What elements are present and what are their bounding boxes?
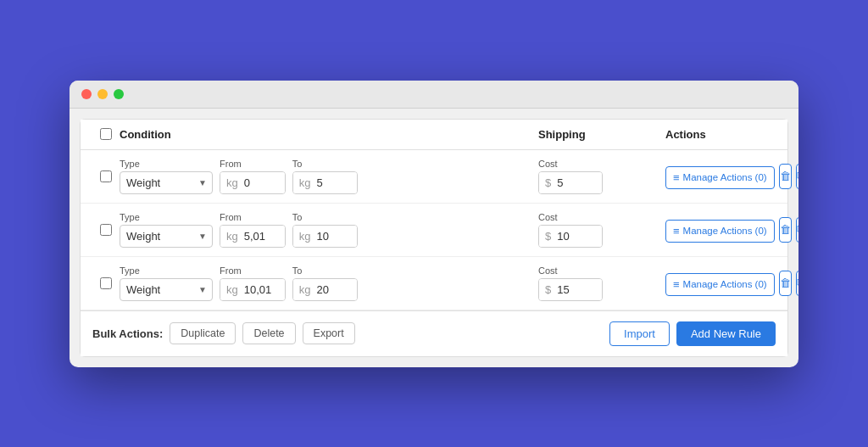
row2-copy-button[interactable]: ⧉ [796, 217, 798, 243]
app-window: Condition Shipping Actions Type Weight P… [70, 81, 798, 367]
row3-to-input-wrapper: kg [292, 278, 359, 301]
add-new-rule-button[interactable]: Add New Rule [676, 321, 776, 346]
row1-checkbox[interactable] [100, 170, 112, 182]
row1-copy-button[interactable]: ⧉ [796, 164, 798, 189]
row1-from-label: From [220, 159, 286, 169]
titlebar [70, 81, 798, 109]
footer-right-actions: Import Add New Rule [609, 321, 776, 346]
row1-from-prefix: kg [220, 172, 242, 193]
row1-cost-prefix: $ [539, 172, 555, 193]
row3-trash-icon: 🗑 [780, 277, 791, 289]
row2-cost-label: Cost [538, 212, 603, 222]
row2-checkbox-cell [92, 224, 120, 236]
row2-from-input-wrapper: kg [220, 225, 286, 248]
row3-from-prefix: kg [220, 279, 242, 300]
row1-manage-actions-button[interactable]: ≡ Manage Actions (0) [665, 166, 775, 189]
row2-checkbox[interactable] [100, 224, 112, 236]
row3-type-select-wrapper: Weight Price Quantity ▼ [120, 278, 213, 301]
bulk-actions-label: Bulk Actions: [92, 327, 163, 340]
row2-manage-label: Manage Actions (0) [683, 226, 767, 236]
row3-copy-icon: ⧉ [797, 276, 798, 290]
bulk-actions-group: Bulk Actions: Duplicate Delete Export [92, 322, 355, 344]
row2-from-prefix: kg [220, 226, 242, 247]
row3-shipping: Cost $ [538, 265, 665, 301]
row3-cost-input[interactable] [555, 279, 602, 300]
row1-from-group: From kg [220, 159, 286, 194]
table-row: Type Weight Price Quantity ▼ From kg [81, 204, 787, 257]
table-row: Type Weight Price Quantity ▼ From kg [81, 150, 787, 204]
row1-manage-label: Manage Actions (0) [683, 172, 767, 182]
row2-cost-input[interactable] [555, 226, 602, 247]
row2-from-label: From [220, 212, 286, 222]
row3-checkbox[interactable] [100, 277, 112, 289]
row1-checkbox-cell [92, 170, 120, 182]
row3-to-label: To [292, 265, 359, 276]
row3-manage-actions-button[interactable]: ≡ Manage Actions (0) [665, 273, 775, 296]
row3-checkbox-cell [92, 277, 120, 289]
row2-copy-icon: ⧉ [797, 222, 798, 237]
row1-copy-icon: ⧉ [797, 169, 798, 183]
row1-type-group: Type Weight Price Quantity ▼ [120, 159, 213, 194]
row3-type-select[interactable]: Weight Price Quantity [120, 278, 213, 301]
minimize-button[interactable] [97, 89, 108, 99]
delete-button[interactable]: Delete [242, 322, 295, 344]
shipping-header: Shipping [538, 128, 665, 141]
table-row: Type Weight Price Quantity ▼ From kg [81, 257, 787, 310]
table-container: Condition Shipping Actions Type Weight P… [80, 119, 788, 357]
row3-copy-button[interactable]: ⧉ [796, 271, 798, 296]
row1-to-group: To kg [292, 159, 359, 194]
row3-cost-prefix: $ [539, 279, 555, 300]
row2-to-group: To kg [292, 212, 359, 248]
row3-to-input[interactable] [314, 279, 357, 300]
row2-from-group: From kg [220, 212, 286, 248]
row1-to-input[interactable] [314, 172, 357, 193]
import-button[interactable]: Import [609, 321, 670, 346]
row1-type-select[interactable]: Weight Price Quantity [120, 171, 213, 194]
row1-manage-icon: ≡ [673, 171, 680, 184]
row2-manage-actions-button[interactable]: ≡ Manage Actions (0) [665, 220, 775, 243]
row1-type-select-wrapper: Weight Price Quantity ▼ [120, 171, 213, 194]
condition-header: Condition [120, 128, 538, 141]
row2-from-input[interactable] [242, 226, 285, 247]
row1-from-input-wrapper: kg [220, 171, 286, 194]
row1-trash-icon: 🗑 [780, 170, 791, 182]
row1-delete-button[interactable]: 🗑 [779, 164, 792, 189]
row3-from-input[interactable] [242, 279, 285, 300]
row3-cost-label: Cost [538, 265, 603, 276]
table-footer: Bulk Actions: Duplicate Delete Export Im… [81, 310, 787, 356]
row2-condition: Type Weight Price Quantity ▼ From kg [120, 212, 538, 248]
header-checkbox-cell [92, 128, 120, 141]
close-button[interactable] [81, 89, 92, 99]
row3-to-prefix: kg [293, 279, 315, 300]
duplicate-button[interactable]: Duplicate [170, 322, 236, 344]
row2-type-select[interactable]: Weight Price Quantity [120, 225, 213, 248]
row2-to-prefix: kg [293, 226, 315, 247]
export-button[interactable]: Export [303, 322, 355, 344]
row2-delete-button[interactable]: 🗑 [779, 217, 792, 243]
row1-to-input-wrapper: kg [292, 171, 359, 194]
select-all-checkbox[interactable] [100, 128, 112, 140]
row3-type-group: Type Weight Price Quantity ▼ [120, 265, 213, 301]
row1-cost-input[interactable] [555, 172, 602, 193]
row3-manage-label: Manage Actions (0) [683, 279, 767, 289]
row3-type-label: Type [120, 265, 213, 276]
row2-to-input[interactable] [314, 226, 357, 247]
row2-manage-icon: ≡ [673, 225, 680, 237]
row1-to-label: To [292, 159, 359, 169]
row1-to-prefix: kg [293, 172, 315, 193]
row2-trash-icon: 🗑 [780, 223, 791, 236]
row2-cost-group: Cost $ [538, 212, 603, 248]
row3-from-input-wrapper: kg [220, 278, 286, 301]
maximize-button[interactable] [114, 89, 124, 99]
row1-actions: ≡ Manage Actions (0) 🗑 ⧉ ✛ [665, 164, 776, 189]
table-header: Condition Shipping Actions [81, 120, 787, 150]
row2-cost-input-wrapper: $ [538, 225, 603, 248]
row1-condition: Type Weight Price Quantity ▼ From kg [120, 159, 538, 194]
row2-type-select-wrapper: Weight Price Quantity ▼ [120, 225, 213, 248]
row3-delete-button[interactable]: 🗑 [779, 271, 792, 296]
row3-actions: ≡ Manage Actions (0) 🗑 ⧉ ✛ [665, 271, 776, 296]
row1-type-label: Type [120, 159, 213, 169]
row3-manage-icon: ≡ [673, 278, 680, 291]
row1-from-input[interactable] [242, 172, 285, 193]
row2-shipping: Cost $ [538, 212, 665, 248]
